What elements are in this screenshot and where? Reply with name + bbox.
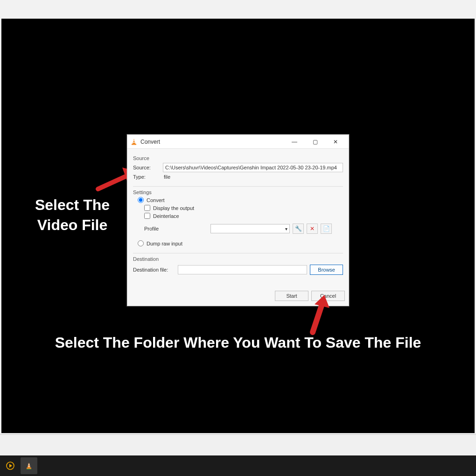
dump-raw-label: Dump raw input	[147, 241, 182, 246]
dialog-titlebar: Convert — ▢ ✕	[127, 135, 349, 149]
taskbar-media-player[interactable]	[2, 457, 19, 474]
svg-rect-12	[28, 466, 30, 466]
settings-group-title: Settings	[133, 189, 343, 195]
source-label: Source:	[133, 165, 160, 170]
svg-marker-2	[133, 139, 135, 144]
destination-file-input[interactable]	[178, 265, 307, 274]
convert-radio-input[interactable]	[138, 197, 144, 203]
start-button[interactable]: Start	[275, 291, 308, 301]
vlc-cone-icon	[130, 138, 138, 146]
svg-rect-5	[132, 144, 136, 145]
browse-button[interactable]: Browse	[310, 265, 343, 275]
convert-radio[interactable]: Convert	[138, 197, 343, 203]
destination-group: Destination file: Browse	[133, 265, 343, 283]
convert-radio-label: Convert	[147, 197, 165, 203]
deinterlace-checkbox[interactable]: Deinterlace	[144, 213, 343, 219]
destination-group-title: Destination	[133, 256, 343, 262]
new-profile-icon: 📄	[323, 225, 330, 232]
wrench-icon: 🔧	[295, 225, 302, 232]
profile-row: Profile ▾ 🔧 ✕ 📄	[144, 224, 343, 234]
media-player-icon	[6, 461, 15, 470]
display-output-checkbox[interactable]: Display the output	[144, 205, 343, 211]
deinterlace-label: Deinterlace	[153, 213, 179, 219]
svg-rect-3	[133, 140, 135, 140]
deinterlace-input[interactable]	[144, 213, 150, 219]
vlc-icon	[25, 462, 33, 469]
dialog-footer: Start Cancel	[127, 288, 349, 306]
top-window-strip	[0, 0, 476, 19]
taskbar	[0, 455, 476, 476]
source-group-title: Source	[133, 155, 343, 161]
display-output-label: Display the output	[153, 205, 194, 211]
source-group: Source: Type: file	[133, 163, 343, 187]
svg-rect-14	[27, 469, 31, 469]
chevron-down-icon: ▾	[285, 226, 287, 231]
cancel-button[interactable]: Cancel	[311, 291, 345, 301]
taskbar-vlc[interactable]	[21, 457, 37, 474]
convert-dialog: Convert — ▢ ✕ Source Source: Type: file …	[127, 134, 349, 306]
annotation-select-folder: Select The Folder Where You Want To Save…	[42, 332, 434, 353]
edit-profile-button[interactable]: 🔧	[293, 224, 304, 234]
type-value: file	[163, 174, 170, 180]
new-profile-button[interactable]: 📄	[321, 224, 332, 234]
svg-marker-10	[28, 462, 30, 468]
window-controls: — ▢ ✕	[284, 135, 346, 148]
dump-raw-radio-input[interactable]	[138, 240, 144, 246]
type-label: Type:	[133, 174, 160, 180]
dialog-body: Source Source: Type: file Settings Conve…	[127, 149, 349, 288]
maximize-button[interactable]: ▢	[305, 135, 325, 148]
svg-marker-9	[9, 464, 12, 468]
annotation-select-video: Select The Video File	[19, 195, 126, 235]
delete-profile-button[interactable]: ✕	[307, 224, 318, 234]
minimize-button[interactable]: —	[284, 135, 305, 148]
dialog-title: Convert	[140, 139, 160, 145]
destination-file-label: Destination file:	[133, 267, 175, 273]
svg-rect-4	[133, 142, 135, 142]
source-input[interactable]	[163, 163, 343, 172]
convert-options: Display the output Deinterlace Profile ▾…	[133, 205, 343, 234]
dump-raw-radio[interactable]: Dump raw input	[138, 240, 343, 246]
close-button[interactable]: ✕	[325, 135, 346, 148]
delete-icon: ✕	[310, 225, 315, 232]
display-output-input[interactable]	[144, 205, 150, 211]
settings-group: Convert Display the output Deinterlace P…	[133, 197, 343, 253]
svg-rect-13	[27, 468, 31, 469]
separator-line	[0, 434, 476, 435]
profile-select[interactable]: ▾	[210, 224, 290, 233]
svg-rect-11	[28, 464, 30, 464]
profile-label: Profile	[144, 226, 168, 231]
